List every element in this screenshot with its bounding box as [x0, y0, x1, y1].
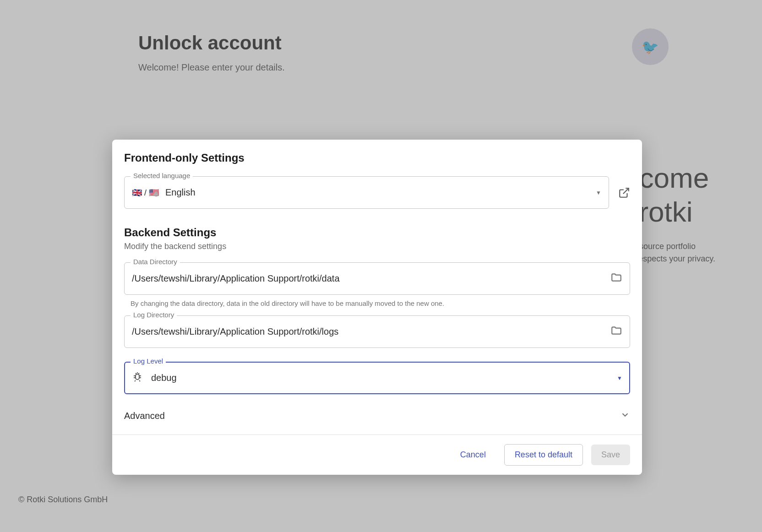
save-button[interactable]: Save [591, 445, 630, 465]
external-link-icon[interactable] [618, 187, 630, 199]
log-level-value: debug [151, 373, 177, 383]
frontend-settings-heading: Frontend-only Settings [124, 152, 630, 164]
reset-to-default-button[interactable]: Reset to default [504, 444, 583, 466]
language-select[interactable]: 🇬🇧 / 🇺🇸 English ▼ [124, 176, 609, 209]
log-level-label: Log Level [131, 357, 166, 365]
svg-rect-1 [136, 374, 139, 380]
log-directory-label: Log Directory [131, 311, 177, 319]
advanced-label: Advanced [124, 411, 165, 421]
backend-settings-heading: Backend Settings [124, 226, 630, 239]
language-row: Selected language 🇬🇧 / 🇺🇸 English ▼ [124, 176, 630, 209]
data-directory-label: Data Directory [131, 258, 180, 266]
modal-footer: Cancel Reset to default Save [112, 434, 642, 475]
chevron-down-icon [620, 410, 630, 422]
language-field-wrap: Selected language 🇬🇧 / 🇺🇸 English ▼ [124, 176, 609, 209]
log-level-select[interactable]: debug ▼ [124, 362, 630, 394]
chevron-down-icon: ▼ [617, 375, 622, 381]
modal-body: Frontend-only Settings Selected language… [112, 140, 642, 434]
log-level-group: Log Level debug ▼ [124, 362, 630, 394]
data-directory-input[interactable]: /Users/tewshi/Library/Application Suppor… [124, 262, 630, 295]
backend-settings-sub: Modify the backend settings [124, 242, 630, 251]
log-directory-group: Log Directory /Users/tewshi/Library/Appl… [124, 315, 630, 348]
language-value: English [165, 187, 196, 198]
log-directory-value: /Users/tewshi/Library/Application Suppor… [132, 326, 338, 337]
folder-icon[interactable] [610, 271, 622, 286]
chevron-down-icon: ▼ [596, 190, 601, 196]
log-directory-input[interactable]: /Users/tewshi/Library/Application Suppor… [124, 315, 630, 348]
settings-modal: Frontend-only Settings Selected language… [112, 140, 642, 475]
backend-section: Backend Settings Modify the backend sett… [124, 226, 630, 425]
svg-line-0 [623, 188, 629, 194]
data-directory-hint: By changing the data directory, data in … [131, 299, 630, 307]
bug-icon [132, 371, 143, 385]
language-flags: 🇬🇧 / 🇺🇸 [132, 188, 159, 198]
language-label: Selected language [131, 172, 193, 179]
data-directory-group: Data Directory /Users/tewshi/Library/App… [124, 262, 630, 307]
data-directory-value: /Users/tewshi/Library/Application Suppor… [132, 273, 340, 284]
cancel-button[interactable]: Cancel [450, 445, 496, 465]
folder-icon[interactable] [610, 325, 622, 339]
advanced-toggle[interactable]: Advanced [124, 400, 630, 425]
